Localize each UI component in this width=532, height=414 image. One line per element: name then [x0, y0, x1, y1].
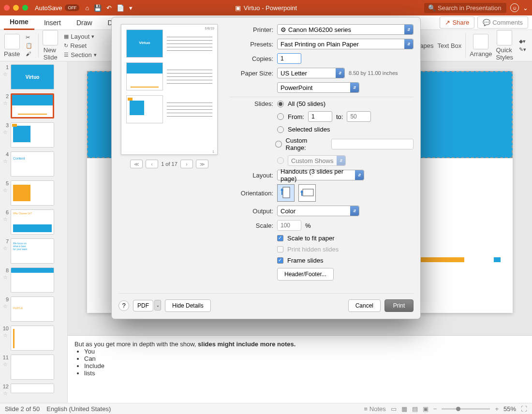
slide-thumb-1[interactable]: Virtuo: [11, 64, 54, 89]
notes-toggle[interactable]: ≡ Notes: [364, 405, 386, 413]
to-input[interactable]: [347, 111, 371, 122]
tab-draw[interactable]: Draw: [71, 16, 98, 30]
star-icon[interactable]: ☆: [3, 361, 8, 368]
zoom-label[interactable]: 55%: [503, 405, 516, 413]
star-icon[interactable]: ☆: [3, 303, 8, 310]
autosave-toggle[interactable]: AutoSave OFF: [35, 4, 79, 12]
orientation-landscape-button[interactable]: [298, 184, 316, 202]
format-painter-button[interactable]: 🖌: [24, 50, 34, 57]
tab-insert[interactable]: Insert: [38, 16, 67, 30]
zoom-thumb[interactable]: [456, 407, 460, 411]
radio-custom-range[interactable]: [275, 141, 281, 148]
app-section-select[interactable]: PowerPoint⇵: [277, 82, 359, 93]
close-window-icon[interactable]: [4, 5, 10, 11]
slide-thumb-7[interactable]: We focus on what is best for your team: [11, 238, 54, 264]
presets-select[interactable]: Fast Printing on Plain Paper⇵: [277, 39, 414, 49]
quick-styles-group[interactable]: Quick Styles: [496, 30, 513, 61]
hide-details-button[interactable]: Hide Details: [165, 299, 211, 312]
slide-thumb-4[interactable]: Content: [11, 151, 54, 177]
header-footer-button[interactable]: Header/Footer...: [277, 268, 334, 281]
slide-thumbnails[interactable]: 1☆Virtuo 2☆ 3☆ 4☆Content 5☆ 6☆Why Choose…: [0, 61, 68, 403]
search-input[interactable]: 🔍 Search in Presentation: [424, 3, 506, 13]
slide-thumb-5[interactable]: [11, 180, 54, 206]
language[interactable]: English (United States): [46, 405, 111, 413]
shape-fill-button[interactable]: ◆▾: [517, 38, 528, 45]
star-icon[interactable]: ☆: [3, 158, 8, 164]
undo-icon[interactable]: ↶: [106, 4, 112, 12]
slide-bluechip[interactable]: [494, 257, 501, 262]
checkbox-scale-fit[interactable]: [277, 235, 283, 241]
save-icon[interactable]: 💾: [94, 4, 102, 12]
zoom-in-icon[interactable]: +: [495, 405, 499, 413]
slide-thumb-12[interactable]: [11, 384, 54, 393]
file-icon[interactable]: 📄: [117, 4, 124, 12]
fit-icon[interactable]: ⛶: [521, 405, 527, 413]
comments-button[interactable]: 💬Comments: [477, 16, 528, 29]
slide-thumb-8[interactable]: [11, 267, 54, 293]
print-button[interactable]: Print: [384, 299, 414, 312]
arrange-group[interactable]: Arrange: [470, 34, 492, 58]
star-icon[interactable]: ☆: [3, 216, 8, 222]
radio-all[interactable]: [277, 101, 284, 107]
layout-select[interactable]: Handouts (3 slides per page)⇵: [277, 170, 364, 180]
star-icon[interactable]: ☆: [3, 129, 8, 135]
star-icon[interactable]: ☆: [3, 100, 8, 106]
paste-group[interactable]: Paste: [4, 34, 20, 58]
pdf-dropdown[interactable]: ⌄: [154, 300, 161, 310]
slideshow-icon[interactable]: ▣: [423, 405, 429, 413]
slide-thumb-6[interactable]: Why Choose Us?: [11, 209, 54, 235]
account-icon[interactable]: ☺: [510, 3, 519, 12]
star-icon[interactable]: ☆: [3, 245, 8, 251]
star-icon[interactable]: ☆: [3, 187, 8, 193]
new-slide-group[interactable]: New Slide: [43, 30, 58, 61]
next-page-button[interactable]: ›: [180, 160, 193, 168]
help-button[interactable]: ?: [118, 300, 129, 311]
pdf-button[interactable]: PDF: [133, 300, 153, 311]
printer-select[interactable]: ⚙Canon MG6200 series⇵: [277, 24, 414, 35]
maximize-window-icon[interactable]: [22, 5, 28, 11]
paper-size-select[interactable]: US Letter⇵: [277, 68, 345, 78]
minimize-window-icon[interactable]: [13, 5, 19, 11]
star-icon[interactable]: ☆: [3, 274, 8, 281]
presets-label: Presets:: [230, 41, 273, 48]
star-icon[interactable]: ☆: [3, 390, 8, 397]
share-button[interactable]: ↗Share: [440, 16, 474, 29]
textbox-group[interactable]: Text Box: [437, 42, 461, 49]
star-icon[interactable]: ☆: [3, 71, 8, 77]
slide-thumb-10[interactable]: [11, 325, 54, 351]
slide-thumb-9[interactable]: HUSTLE: [11, 296, 54, 322]
checkbox-frame[interactable]: [277, 257, 283, 264]
slide-counter[interactable]: Slide 2 of 50: [5, 405, 40, 413]
notes-panel[interactable]: But as you get more in depth with the sh…: [68, 335, 532, 403]
slide-thumb-11[interactable]: [11, 355, 54, 380]
star-icon[interactable]: ☆: [3, 332, 8, 339]
normal-view-icon[interactable]: ▭: [391, 405, 397, 413]
first-page-button[interactable]: ≪: [130, 160, 143, 168]
from-input[interactable]: [308, 111, 332, 122]
shape-outline-button[interactable]: ✎▾: [517, 46, 528, 53]
prev-page-button[interactable]: ‹: [146, 160, 158, 168]
copy-button[interactable]: 📋: [24, 42, 34, 49]
layout-button[interactable]: ▦ Layout ▾: [62, 32, 98, 41]
slide-thumb-2[interactable]: [11, 93, 54, 118]
custom-range-input[interactable]: [331, 139, 414, 149]
tab-home[interactable]: Home: [4, 15, 34, 30]
last-page-button[interactable]: ≫: [196, 160, 208, 168]
reset-button[interactable]: ↻ Reset: [62, 42, 98, 50]
sorter-view-icon[interactable]: ▦: [401, 405, 407, 413]
copies-input[interactable]: [277, 53, 301, 64]
zoom-slider[interactable]: [442, 408, 490, 410]
zoom-out-icon[interactable]: −: [433, 405, 437, 413]
orientation-portrait-button[interactable]: [277, 184, 295, 202]
chevron-down-icon[interactable]: ⌄: [523, 4, 528, 12]
home-icon[interactable]: ⌂: [85, 4, 89, 12]
cancel-button[interactable]: Cancel: [348, 299, 381, 312]
reading-view-icon[interactable]: ▤: [412, 405, 418, 413]
output-select[interactable]: Color⇵: [277, 206, 359, 216]
slide-thumb-3[interactable]: [11, 122, 54, 148]
section-button[interactable]: ☰ Section ▾: [62, 51, 98, 59]
cut-button[interactable]: ✂: [24, 34, 34, 41]
radio-from[interactable]: [277, 113, 284, 120]
radio-selected[interactable]: [277, 126, 284, 133]
more-icon[interactable]: ▾: [129, 4, 133, 12]
